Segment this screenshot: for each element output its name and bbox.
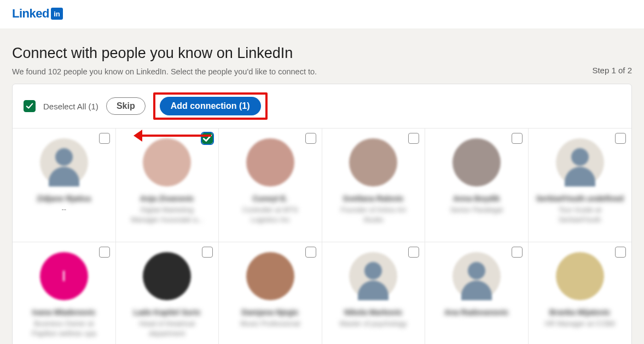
person-checkbox[interactable] xyxy=(408,247,419,258)
person-checkbox[interactable] xyxy=(615,247,626,258)
person-name: Damjana Njegic xyxy=(242,308,299,317)
person-role: Music Professional xyxy=(240,319,300,329)
people-card: Deselect All (1) Skip Add connection (1)… xyxy=(12,84,632,344)
avatar xyxy=(246,252,294,300)
person-name: Branka Mijatovic xyxy=(549,308,610,317)
annotation-highlight-box: Add connection (1) xyxy=(153,92,268,120)
avatar xyxy=(349,138,397,186)
person-role: Business Owner atPapillon wellnes spa xyxy=(32,319,96,338)
person-name: Ana Radovanovic xyxy=(444,308,508,317)
step-indicator: Step 1 of 2 xyxy=(592,66,632,75)
person-card[interactable]: Ana Radovanovic xyxy=(425,242,529,344)
linkedin-logo: Linked in xyxy=(12,7,632,21)
selection-toolbar: Deselect All (1) Skip Add connection (1) xyxy=(13,84,631,129)
title-area: Connect with people you know on LinkedIn… xyxy=(0,28,644,84)
person-card[interactable]: Anna BoydikSenior Paralegal xyxy=(425,129,529,242)
person-role-empty: -- xyxy=(61,205,66,213)
people-grid: Zidjane Rjatica--Anja ZivanovicDigital M… xyxy=(13,129,631,344)
avatar xyxy=(556,252,604,300)
person-checkbox[interactable] xyxy=(99,247,110,258)
add-connection-button[interactable]: Add connection (1) xyxy=(160,97,261,115)
page-title: Connect with people you know on LinkedIn xyxy=(12,45,317,62)
person-role: Controller at MTSLogistics Inc xyxy=(242,205,298,224)
logo-badge: in xyxy=(51,8,63,20)
person-name: Serbia4Youth undefined xyxy=(536,194,624,203)
person-checkbox[interactable] xyxy=(615,133,626,144)
person-role: Master of psychology xyxy=(340,319,407,329)
avatar xyxy=(143,252,191,300)
person-card[interactable]: Cuneyt E.Controller at MTSLogistics Inc xyxy=(219,129,322,242)
person-name: Cuneyt E. xyxy=(252,194,288,203)
person-card[interactable]: Zidjane Rjatica-- xyxy=(13,129,116,242)
avatar: I xyxy=(40,252,88,300)
person-checkbox[interactable] xyxy=(512,133,523,144)
person-card[interactable]: Serbia4Youth undefinedTour Guide atSerbi… xyxy=(529,129,632,242)
person-role: Head of theatricaldepartment xyxy=(139,319,195,338)
person-card[interactable]: Branka MijatovicHR Manager at CCBill xyxy=(529,242,632,344)
avatar xyxy=(246,138,294,186)
avatar xyxy=(452,252,501,300)
person-checkbox[interactable] xyxy=(99,133,110,144)
select-all-checkbox[interactable] xyxy=(24,100,36,112)
avatar xyxy=(40,138,88,186)
checkmark-icon xyxy=(202,133,212,143)
person-checkbox[interactable] xyxy=(202,133,213,144)
avatar xyxy=(452,138,501,186)
annotation-arrow xyxy=(140,136,211,138)
person-role: Digital MarketingManager Associate a... xyxy=(131,205,203,224)
checkmark-icon xyxy=(26,102,33,110)
person-checkbox[interactable] xyxy=(305,133,316,144)
person-card[interactable]: Lado Kapitel SuricHead of theatricaldepa… xyxy=(116,242,219,344)
person-name: Anja Zivanovic xyxy=(140,194,194,203)
logo-text: Linked xyxy=(12,7,49,21)
person-name: Lado Kapitel Suric xyxy=(134,308,201,317)
person-role: Tour Guide atSerbia4Youth xyxy=(559,205,601,224)
skip-button[interactable]: Skip xyxy=(106,97,146,115)
page-subtitle: We found 102 people you know on LinkedIn… xyxy=(12,67,317,76)
person-checkbox[interactable] xyxy=(202,247,213,258)
person-role: Founder of Artino ArtStudio xyxy=(341,205,406,224)
app-header: Linked in xyxy=(0,0,644,28)
person-checkbox[interactable] xyxy=(408,133,419,144)
person-card[interactable]: Nikola MarkovicMaster of psychology xyxy=(322,242,426,344)
person-name: Svetlana Ralovic xyxy=(343,194,404,203)
avatar xyxy=(556,138,604,186)
person-name: Anna Boydik xyxy=(453,194,500,203)
person-card[interactable]: Svetlana RalovicFounder of Artino ArtStu… xyxy=(322,129,426,242)
person-checkbox[interactable] xyxy=(305,247,316,258)
person-name: Zidjane Rjatica xyxy=(37,194,91,203)
person-checkbox[interactable] xyxy=(512,247,523,258)
avatar xyxy=(349,252,397,300)
person-name: Ivana Mladenovic xyxy=(32,308,96,317)
person-role: Senior Paralegal xyxy=(450,205,503,215)
person-card[interactable]: Damjana NjegicMusic Professional xyxy=(219,242,322,344)
person-card[interactable]: Anja ZivanovicDigital MarketingManager A… xyxy=(116,129,219,242)
person-name: Nikola Markovic xyxy=(344,308,403,317)
avatar xyxy=(143,138,191,186)
person-card[interactable]: IIvana MladenovicBusiness Owner atPapill… xyxy=(13,242,116,344)
person-role: HR Manager at CCBill xyxy=(545,319,615,329)
deselect-all-label[interactable]: Deselect All (1) xyxy=(43,102,98,111)
